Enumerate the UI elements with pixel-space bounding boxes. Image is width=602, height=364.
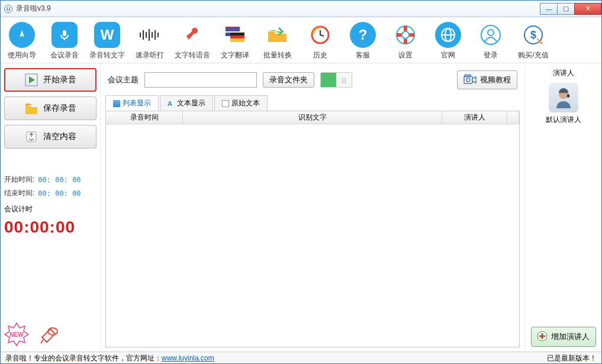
plus-icon [537,331,548,343]
megaphone-icon [179,22,205,48]
compass-icon [9,22,35,48]
svg-rect-1 [63,30,66,36]
user-icon [478,22,504,48]
col-speaker[interactable]: 演讲人 [442,111,507,124]
close-button[interactable]: ✕ [574,3,601,15]
svg-rect-13 [226,27,240,28]
tool-settings[interactable]: 设置 [384,22,427,60]
toolbar: 使用向导 会议录音 W 录音转文字 速录听打 文字转语音 文字翻译 批量转换 历… [1,17,601,63]
doc-icon [222,100,229,107]
window-title: 录音啦v3.9 [16,4,51,14]
end-time-value: 00: 00: 00 [38,189,81,198]
timer-value: 00:00:00 [4,218,96,237]
svg-text:NEW: NEW [9,331,24,338]
clear-label: 清空内容 [43,131,76,142]
col-spacer [507,111,519,124]
statusbar: 录音啦！专业的会议录音转文字软件，官方网址：www.luyinla.com 已是… [1,352,601,364]
list-icon [113,100,120,107]
tool-history[interactable]: 历史 [299,22,342,60]
save-record-label: 保存录音 [43,103,76,114]
window-controls: — ▢ ✕ [540,3,601,15]
tool-tts[interactable]: 文字转语音 [171,22,214,60]
start-record-button[interactable]: 开始录音 [4,68,96,92]
svg-line-21 [320,35,324,36]
timer-label: 会议计时 [4,204,96,214]
svg-rect-43 [567,94,569,98]
record-folder-button[interactable]: 录音文件夹 [263,72,314,88]
minimize-button[interactable]: — [540,3,558,15]
avatar-icon [549,83,578,112]
tool-record[interactable]: 会议录音 [43,22,86,60]
svg-point-28 [488,30,494,36]
topic-label: 会议主题 [108,75,139,85]
svg-text:$: $ [530,29,536,41]
maximize-button[interactable]: ▢ [557,3,575,15]
svg-rect-14 [226,29,240,30]
clock-icon [307,22,333,48]
video-tutorial-button[interactable]: 视频教程 [457,70,517,89]
svg-rect-18 [230,38,244,42]
version-status: 已是最新版本！ [547,353,597,363]
start-time-row: 开始时间: 00: 00: 00 [4,175,96,185]
w-icon: W [94,22,120,48]
svg-point-23 [402,31,409,38]
svg-rect-38 [464,76,472,83]
folder-icon [265,22,291,48]
flags-icon [222,22,248,48]
status-text: 录音啦！专业的会议录音转文字软件，官方网址：www.luyinla.com [5,353,214,363]
col-text[interactable]: 识别文字 [183,111,442,124]
right-panel: 演讲人 默认演讲人 增加演讲人 [524,63,601,352]
tool-steno[interactable]: 速录听打 [128,22,171,60]
start-time-value: 00: 00: 00 [38,176,81,184]
tab-raw[interactable]: 原始文本 [214,95,268,111]
camera-icon [463,74,477,86]
speaker-name: 默认演讲人 [546,115,581,125]
tabs: 列表显示 A文本显示 原始文本 [105,95,520,111]
svg-point-11 [192,28,198,34]
tool-batch[interactable]: 批量转换 [256,22,299,60]
tool-purchase[interactable]: $ 购买/充值 [512,22,555,60]
main-panel: 会议主题 录音文件夹 ||| 视频教程 列表显示 A文本显示 原始文本 录音时间… [100,63,524,352]
tool-transcribe[interactable]: W 录音转文字 [86,22,128,60]
tab-text[interactable]: A文本显示 [160,95,213,111]
svg-marker-0 [20,30,24,37]
tool-support[interactable]: ? 客服 [342,22,384,60]
end-time-row: 结束时间: 00: 00: 00 [4,188,96,198]
clear-button[interactable]: 清空内容 [4,125,96,149]
svg-point-40 [468,75,471,77]
svg-point-39 [465,75,467,77]
play-icon [24,73,38,87]
tab-list[interactable]: 列表显示 [105,95,159,111]
help-icon: ? [350,22,376,48]
globe-icon [435,22,461,48]
left-panel: 开始录音 保存录音 清空内容 开始时间: 00: 00: 00 结束时间: 00… [1,63,100,352]
titlebar: U 录音啦v3.9 — ▢ ✕ [1,1,601,17]
save-record-button[interactable]: 保存录音 [4,96,96,120]
lifebuoy-icon [392,22,418,48]
speakers-title: 演讲人 [553,68,574,78]
wave-icon [137,22,163,48]
svg-marker-33 [29,76,35,83]
data-grid: 录音时间 识别文字 演讲人 [105,111,520,347]
recycle-icon [24,130,38,144]
svg-rect-15 [226,31,240,33]
website-link[interactable]: www.luyinla.com [162,354,214,362]
col-time[interactable]: 录音时间 [106,111,183,124]
speaker-item[interactable]: 默认演讲人 [546,83,581,125]
tool-guide[interactable]: 使用向导 [1,22,43,60]
tool-login[interactable]: 登录 [469,22,512,60]
add-speaker-button[interactable]: 增加演讲人 [531,327,596,347]
text-icon: A [168,100,175,107]
start-record-label: 开始录音 [43,75,76,85]
save-folder-icon [24,101,38,115]
dollar-icon: $ [520,22,546,48]
svg-rect-17 [230,36,244,38]
toggle-switch[interactable]: ||| [320,72,352,88]
app-icon: U [4,5,12,13]
tool-website[interactable]: 官网 [427,22,469,60]
topic-input[interactable] [144,72,257,88]
new-badge-icon[interactable]: NEW [4,322,29,347]
svg-point-41 [466,78,470,82]
horn-icon[interactable] [37,322,62,347]
tool-translate[interactable]: 文字翻译 [214,22,256,60]
